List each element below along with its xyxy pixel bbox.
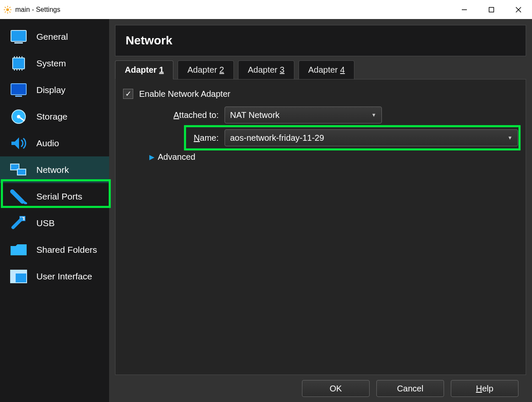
svg-line-7	[5, 11, 6, 12]
sidebar-item-label: USB	[36, 218, 55, 228]
system-icon	[9, 55, 28, 72]
name-row: Name: aos-network-friday-11-29 ▼	[123, 129, 518, 146]
enable-adapter-checkbox[interactable]: ✓	[123, 89, 133, 99]
attached-to-value: NAT Network	[230, 110, 280, 120]
tab-adapter-1[interactable]: Adapter 1	[115, 60, 173, 79]
page-title: Network	[126, 34, 516, 47]
close-button[interactable]	[505, 0, 532, 19]
window-controls	[451, 0, 532, 19]
sidebar-item-display[interactable]: Display	[0, 77, 109, 103]
cancel-button[interactable]: Cancel	[376, 380, 444, 397]
svg-point-0	[6, 8, 9, 11]
chevron-down-icon: ▼	[507, 135, 513, 141]
sidebar-item-label: Serial Ports	[36, 191, 82, 202]
attached-to-label: Attached to:	[123, 110, 225, 120]
audio-icon	[9, 135, 28, 152]
svg-rect-24	[11, 84, 26, 95]
attached-to-row: Attached to: NAT Network ▼	[123, 107, 518, 123]
sidebar-item-shared-folders[interactable]: Shared Folders	[0, 236, 109, 263]
sidebar-item-label: User Interface	[36, 271, 92, 282]
app-gear-icon	[3, 5, 12, 14]
minimize-button[interactable]	[451, 0, 478, 19]
svg-rect-10	[489, 7, 494, 12]
adapter-tabbar: Adapter 1 Adapter 2 Adapter 3 Adapter 4	[115, 60, 526, 79]
sidebar-item-general[interactable]: General	[0, 23, 109, 50]
sidebar-item-storage[interactable]: Storage	[0, 103, 109, 130]
page-header: Network	[115, 25, 526, 56]
triangle-right-icon: ▶	[149, 153, 154, 161]
svg-rect-14	[14, 42, 23, 44]
attached-to-select[interactable]: NAT Network ▼	[225, 107, 382, 123]
enable-adapter-label: Enable Network Adapter	[139, 89, 230, 99]
tab-adapter-2[interactable]: Adapter 2	[178, 60, 234, 79]
dialog-footer: OK Cancel Help	[115, 375, 526, 402]
sidebar-item-label: Shared Folders	[36, 245, 97, 255]
network-icon	[9, 161, 28, 178]
sidebar-item-label: Storage	[36, 112, 68, 122]
sidebar-item-label: Display	[36, 85, 66, 95]
svg-rect-13	[11, 30, 26, 41]
ok-button[interactable]: OK	[302, 380, 370, 397]
serial-ports-icon	[9, 188, 28, 205]
tab-adapter-3[interactable]: Adapter 3	[238, 60, 294, 79]
sidebar-item-system[interactable]: System	[0, 50, 109, 77]
sidebar-item-user-interface[interactable]: User Interface	[0, 263, 109, 290]
window-body: General System Display Storage Audio Net…	[0, 19, 532, 402]
advanced-label: Advanced	[158, 152, 195, 162]
settings-sidebar: General System Display Storage Audio Net…	[0, 19, 109, 402]
svg-rect-33	[11, 270, 27, 273]
sidebar-item-network[interactable]: Network	[0, 156, 109, 183]
sidebar-item-serial-ports[interactable]: Serial Ports	[0, 183, 109, 210]
folder-icon	[9, 241, 28, 258]
adapter-panel: ✓ Enable Network Adapter Attached to: NA…	[115, 79, 526, 375]
maximize-button[interactable]	[478, 0, 505, 19]
sidebar-item-label: System	[36, 58, 66, 68]
titlebar: main - Settings	[0, 0, 532, 19]
window-title: main - Settings	[15, 6, 451, 14]
svg-rect-15	[13, 58, 25, 69]
sidebar-item-label: Audio	[36, 138, 59, 148]
help-button[interactable]: Help	[451, 380, 518, 397]
enable-adapter-row: ✓ Enable Network Adapter	[123, 89, 518, 99]
svg-rect-29	[17, 169, 26, 175]
name-label: Name:	[123, 133, 225, 143]
sidebar-item-label: General	[36, 32, 68, 42]
sidebar-item-usb[interactable]: USB	[0, 210, 109, 236]
name-value: aos-network-friday-11-29	[230, 133, 324, 143]
general-icon	[9, 28, 28, 45]
sidebar-item-label: Network	[36, 165, 69, 175]
svg-rect-25	[15, 96, 22, 97]
sidebar-item-audio[interactable]: Audio	[0, 130, 109, 156]
usb-icon	[9, 215, 28, 232]
svg-line-5	[5, 7, 6, 8]
svg-line-8	[9, 7, 10, 8]
storage-icon	[9, 108, 28, 125]
main-panel: Network Adapter 1 Adapter 2 Adapter 3 Ad…	[109, 19, 532, 402]
advanced-toggle[interactable]: ▶ Advanced	[149, 152, 518, 162]
user-interface-icon	[9, 268, 28, 285]
tab-adapter-4[interactable]: Adapter 4	[299, 60, 355, 79]
chevron-down-icon: ▼	[371, 112, 376, 118]
settings-window: main - Settings General System	[0, 0, 532, 402]
display-icon	[9, 82, 28, 98]
svg-line-6	[9, 11, 10, 12]
name-select[interactable]: aos-network-friday-11-29 ▼	[225, 129, 518, 146]
